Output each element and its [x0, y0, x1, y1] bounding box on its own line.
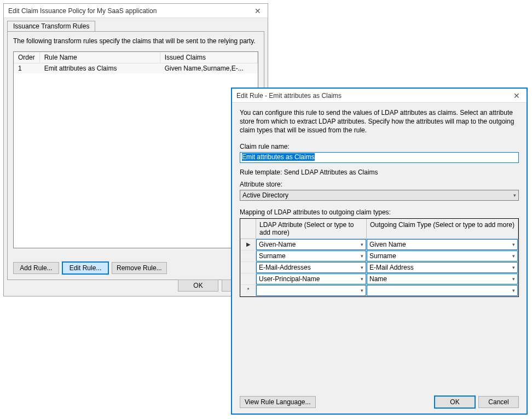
mapping-row-new[interactable]: * ▾ ▾: [241, 284, 518, 296]
chevron-down-icon: ▾: [361, 265, 363, 270]
dlg1-ok-button[interactable]: OK: [178, 280, 218, 292]
col-header-issued-claims[interactable]: Issued Claims: [160, 52, 257, 63]
claim-type-combo[interactable]: Name▾: [367, 273, 518, 284]
claim-type-combo[interactable]: Given Name▾: [367, 239, 518, 250]
row-current-marker-icon: ▶: [241, 238, 256, 250]
chevron-down-icon: ▾: [512, 253, 515, 259]
dlg1-title: Edit Claim Issuance Policy for My SaaS a…: [7, 7, 157, 15]
cell-issued: Given Name,Surname,E-...: [160, 63, 257, 73]
ldap-attr-combo[interactable]: E-Mail-Addresses▾: [256, 262, 366, 273]
mapping-header-claim[interactable]: Outgoing Claim Type (Select or type to a…: [367, 219, 518, 239]
claim-rule-name-input[interactable]: Emit attributes as Claims: [240, 152, 519, 163]
dlg1-tab-pane: The following transform rules specify th…: [7, 31, 264, 280]
label-mapping: Mapping of LDAP attributes to outgoing c…: [240, 208, 519, 216]
rules-table[interactable]: Order Rule Name Issued Claims 1 Emit att…: [13, 51, 258, 248]
row-new-marker-icon: *: [241, 284, 256, 296]
dlg2-body: You can configure this rule to send the …: [232, 103, 527, 302]
dlg2-ok-button[interactable]: OK: [435, 396, 475, 408]
mapping-header-ldap[interactable]: LDAP Attribute (Select or type to add mo…: [256, 219, 367, 239]
dlg1-intro: The following transform rules specify th…: [13, 37, 258, 45]
mapping-header-selector: [241, 219, 256, 239]
ldap-attr-combo[interactable]: User-Principal-Name▾: [256, 273, 366, 284]
mapping-row[interactable]: Surname▾ Surname▾: [241, 250, 518, 261]
claim-type-combo[interactable]: ▾: [367, 285, 518, 296]
rule-template-text: Rule template: Send LDAP Attributes as C…: [240, 168, 519, 176]
dlg2-intro: You can configure this rule to send the …: [240, 108, 519, 135]
mapping-row[interactable]: User-Principal-Name▾ Name▾: [241, 273, 518, 284]
chevron-down-icon: ▾: [512, 265, 515, 270]
chevron-down-icon: ▾: [361, 242, 363, 247]
chevron-down-icon: ▾: [361, 288, 363, 293]
cell-order: 1: [14, 63, 39, 73]
col-header-order[interactable]: Order: [14, 52, 39, 63]
dlg2-cancel-button[interactable]: Cancel: [478, 396, 519, 408]
mapping-row[interactable]: ▶ Given-Name▾ Given Name▾: [241, 238, 518, 250]
chevron-down-icon: ▾: [361, 276, 363, 282]
table-row[interactable]: 1 Emit attributes as Claims Given Name,S…: [14, 63, 258, 73]
edit-rule-dialog: Edit Rule - Emit attributes as Claims ✕ …: [231, 88, 528, 415]
remove-rule-button[interactable]: Remove Rule...: [112, 262, 167, 274]
ldap-attr-combo[interactable]: Given-Name▾: [256, 239, 366, 250]
edit-rule-button[interactable]: Edit Rule...: [62, 262, 108, 274]
mapping-grid[interactable]: LDAP Attribute (Select or type to add mo…: [240, 218, 519, 297]
close-icon[interactable]: ✕: [251, 7, 264, 15]
cell-rule-name: Emit attributes as Claims: [39, 63, 160, 73]
col-header-rule-name[interactable]: Rule Name: [39, 52, 160, 63]
dlg1-rule-buttons: Add Rule... Edit Rule... Remove Rule...: [13, 262, 167, 274]
chevron-down-icon: ▾: [512, 242, 515, 247]
ldap-attr-combo[interactable]: Surname▾: [256, 251, 366, 261]
attribute-store-combo[interactable]: Active Directory ▾: [240, 190, 519, 201]
claim-rule-name-value: Emit attributes as Claims: [242, 153, 315, 161]
chevron-down-icon: ▾: [361, 253, 363, 259]
dlg2-footer: View Rule Language... OK Cancel: [240, 396, 519, 408]
label-claim-rule-name: Claim rule name:: [240, 143, 519, 150]
tab-issuance-transform-rules[interactable]: Issuance Transform Rules: [7, 21, 95, 32]
chevron-down-icon: ▾: [512, 288, 515, 293]
dlg2-titlebar[interactable]: Edit Rule - Emit attributes as Claims ✕: [232, 89, 527, 103]
add-rule-button[interactable]: Add Rule...: [13, 262, 59, 274]
close-icon[interactable]: ✕: [510, 91, 523, 100]
dlg1-tabs: Issuance Transform Rules: [4, 18, 268, 31]
ldap-attr-combo[interactable]: ▾: [256, 285, 366, 296]
chevron-down-icon: ▾: [512, 276, 515, 282]
dlg1-titlebar[interactable]: Edit Claim Issuance Policy for My SaaS a…: [4, 4, 268, 18]
claim-type-combo[interactable]: Surname▾: [367, 251, 518, 261]
claim-issuance-policy-dialog: Edit Claim Issuance Policy for My SaaS a…: [3, 3, 268, 296]
label-attribute-store: Attribute store:: [240, 181, 519, 188]
dlg2-title: Edit Rule - Emit attributes as Claims: [235, 92, 342, 100]
claim-type-combo[interactable]: E-Mail Address▾: [367, 262, 518, 273]
mapping-row[interactable]: E-Mail-Addresses▾ E-Mail Address▾: [241, 261, 518, 273]
chevron-down-icon: ▾: [513, 193, 516, 198]
view-rule-language-button[interactable]: View Rule Language...: [240, 396, 316, 408]
attribute-store-value: Active Directory: [242, 191, 288, 199]
